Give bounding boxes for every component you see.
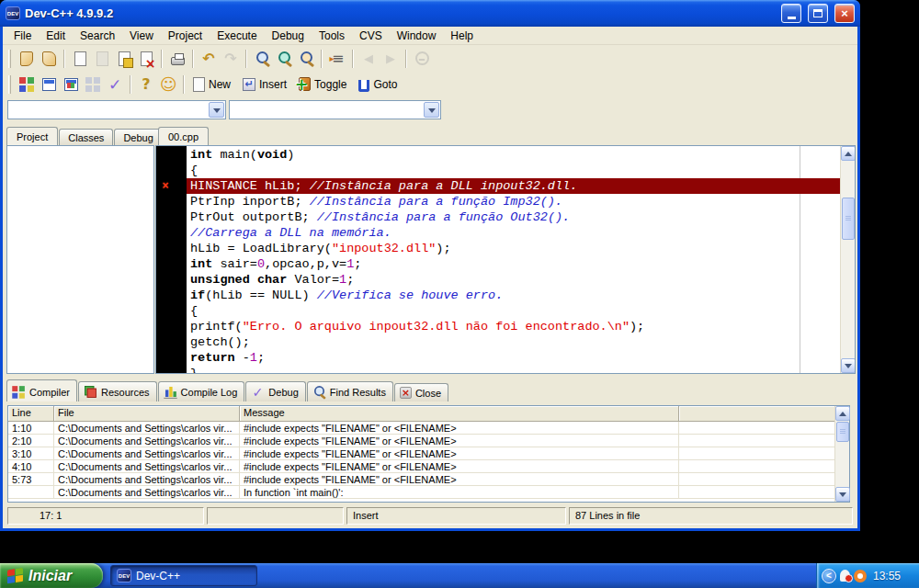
title-bar[interactable]: DEV Dev-C++ 4.9.9.2 × bbox=[0, 0, 860, 27]
code-line[interactable]: getch(); bbox=[187, 334, 840, 350]
find-in-files-button[interactable] bbox=[273, 48, 295, 70]
tab-project[interactable]: Project bbox=[6, 127, 58, 145]
tab-00-cpp[interactable]: 00.cpp bbox=[158, 127, 209, 145]
scrollbar-thumb[interactable] bbox=[842, 198, 855, 240]
goto-line-button[interactable] bbox=[326, 48, 348, 70]
compile-button[interactable] bbox=[16, 74, 38, 96]
abort-button[interactable] bbox=[411, 48, 433, 70]
code-line[interactable]: { bbox=[187, 163, 840, 178]
menu-item-view[interactable]: View bbox=[122, 28, 161, 44]
new-source-button[interactable] bbox=[16, 48, 38, 70]
toolbar-gripper[interactable] bbox=[8, 50, 11, 68]
code-line[interactable]: } bbox=[187, 366, 840, 374]
table-row[interactable]: 5:73C:\Documents and Settings\carlos vir… bbox=[8, 473, 849, 486]
tab-close[interactable]: Close bbox=[394, 383, 448, 401]
open-button[interactable] bbox=[38, 48, 60, 70]
find-button[interactable] bbox=[251, 48, 273, 70]
table-vertical-scrollbar[interactable] bbox=[834, 406, 849, 502]
menu-item-search[interactable]: Search bbox=[73, 28, 122, 44]
tab-classes[interactable]: Classes bbox=[59, 129, 113, 145]
about-button[interactable] bbox=[157, 74, 179, 96]
editor-vertical-scrollbar[interactable] bbox=[840, 146, 855, 373]
help-button[interactable] bbox=[135, 74, 157, 96]
code-line[interactable]: HINSTANCE hLib; //Instância para a DLL i… bbox=[187, 178, 855, 194]
table-row[interactable]: 3:10C:\Documents and Settings\carlos vir… bbox=[8, 447, 849, 460]
code-line[interactable]: { bbox=[187, 303, 840, 319]
code-line[interactable]: unsigned char Valor=1; bbox=[187, 272, 840, 288]
redo-button[interactable] bbox=[220, 48, 242, 70]
menu-item-file[interactable]: File bbox=[6, 28, 39, 44]
run-button[interactable] bbox=[38, 74, 60, 96]
column-header-file[interactable]: File bbox=[54, 406, 240, 422]
code-line[interactable]: return -1; bbox=[187, 350, 840, 366]
menu-item-help[interactable]: Help bbox=[443, 28, 481, 44]
column-header-line[interactable]: Line bbox=[8, 406, 54, 422]
maximize-button[interactable] bbox=[808, 4, 828, 23]
minimize-button[interactable] bbox=[781, 4, 801, 23]
toggle-button[interactable]: Toggle bbox=[294, 74, 354, 96]
tab-debug[interactable]: Debug bbox=[114, 129, 162, 145]
scroll-up-button[interactable] bbox=[835, 406, 850, 421]
close-file-button[interactable] bbox=[135, 48, 157, 70]
editor-gutter[interactable]: × bbox=[156, 146, 187, 373]
code-line[interactable]: int main(void) bbox=[187, 147, 840, 163]
project-browser[interactable] bbox=[6, 145, 154, 374]
column-header-extra[interactable] bbox=[679, 406, 849, 422]
code-line[interactable]: if(hLib == NULL) //Verifica se houve err… bbox=[187, 288, 840, 303]
toolbar-gripper[interactable] bbox=[8, 75, 11, 94]
class-browser-combo[interactable] bbox=[229, 100, 441, 119]
compile-run-button[interactable] bbox=[60, 74, 82, 96]
insert-button[interactable]: Insert bbox=[238, 74, 294, 96]
code-line[interactable]: PtrOut outportB; //Instância para a funç… bbox=[187, 209, 840, 225]
tab-compile-log[interactable]: Compile Log bbox=[158, 381, 245, 401]
column-header-message[interactable]: Message bbox=[240, 406, 679, 422]
menu-item-window[interactable]: Window bbox=[390, 28, 444, 44]
tray-app-icon[interactable] bbox=[854, 570, 867, 582]
close-button[interactable]: × bbox=[834, 4, 855, 23]
tab-debug[interactable]: Debug bbox=[245, 381, 305, 401]
replace-button[interactable] bbox=[295, 48, 317, 70]
chevron-down-icon[interactable] bbox=[209, 102, 224, 118]
forward-button[interactable] bbox=[380, 48, 402, 70]
menu-item-edit[interactable]: Edit bbox=[39, 28, 73, 44]
syntax-check-button[interactable] bbox=[104, 74, 126, 96]
print-button[interactable] bbox=[166, 48, 188, 70]
new-file-button[interactable] bbox=[69, 48, 91, 70]
tab-compiler[interactable]: Compiler bbox=[6, 379, 77, 401]
menu-item-debug[interactable]: Debug bbox=[265, 28, 312, 44]
code-area[interactable]: int main(void){HINSTANCE hLib; //Instânc… bbox=[187, 146, 840, 373]
tab-find-results[interactable]: Find Results bbox=[307, 381, 393, 401]
taskbar-item-devcpp[interactable]: DEV Dev-C++ bbox=[110, 565, 257, 586]
scroll-down-button[interactable] bbox=[841, 358, 856, 373]
chevron-down-icon[interactable] bbox=[424, 102, 439, 118]
code-line[interactable]: printf("Erro. O arquivo inpout32.dll não… bbox=[187, 319, 840, 334]
scroll-down-button[interactable] bbox=[835, 487, 850, 502]
code-line[interactable]: hLib = LoadLibrary("inpout32.dll"); bbox=[187, 241, 840, 256]
code-line[interactable]: //Carrega a DLL na memória. bbox=[187, 225, 840, 241]
undo-button[interactable] bbox=[198, 48, 220, 70]
scroll-up-button[interactable] bbox=[841, 146, 856, 161]
table-row[interactable]: 1:10C:\Documents and Settings\carlos vir… bbox=[8, 422, 849, 435]
code-editor[interactable]: × int main(void){HINSTANCE hLib; //Instâ… bbox=[155, 145, 856, 374]
table-row[interactable]: C:\Documents and Settings\carlos vir...I… bbox=[8, 486, 849, 499]
menu-item-cvs[interactable]: CVS bbox=[352, 28, 390, 44]
table-row[interactable]: 4:10C:\Documents and Settings\carlos vir… bbox=[8, 460, 849, 473]
back-button[interactable] bbox=[357, 48, 380, 70]
goto-button[interactable]: Goto bbox=[354, 74, 404, 96]
menu-item-execute[interactable]: Execute bbox=[210, 28, 264, 44]
code-line[interactable]: PtrInp inportB; //Instância para a funçã… bbox=[187, 194, 840, 209]
rebuild-button[interactable] bbox=[82, 74, 104, 96]
scrollbar-thumb[interactable] bbox=[836, 422, 849, 442]
start-button[interactable]: Iniciar bbox=[0, 563, 103, 588]
code-line[interactable]: int sair=0,opcao,p,v=1; bbox=[187, 256, 840, 272]
menu-item-project[interactable]: Project bbox=[161, 28, 210, 44]
new-unit-button[interactable]: New bbox=[188, 74, 238, 96]
hide-icons-chevron[interactable]: < bbox=[822, 569, 836, 583]
table-row[interactable]: 2:10C:\Documents and Settings\carlos vir… bbox=[8, 435, 849, 447]
tab-resources[interactable]: Resources bbox=[78, 381, 157, 401]
compiler-combo[interactable] bbox=[7, 100, 226, 119]
menu-item-tools[interactable]: Tools bbox=[312, 28, 352, 44]
save-button[interactable] bbox=[91, 48, 113, 70]
tray-status-icon[interactable] bbox=[840, 570, 850, 582]
save-all-button[interactable] bbox=[113, 48, 135, 70]
